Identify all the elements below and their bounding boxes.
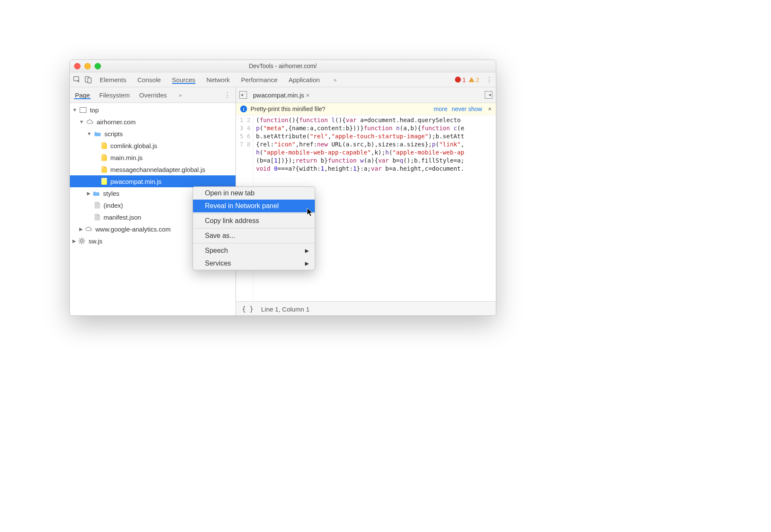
close-tab-icon[interactable]: ×: [306, 92, 310, 99]
traffic-lights: [74, 63, 101, 69]
tree-file[interactable]: main.min.js: [70, 152, 236, 163]
format-icon[interactable]: { }: [242, 305, 253, 313]
tree-file[interactable]: comlink.global.js: [70, 140, 236, 152]
ctx-separator: [193, 213, 315, 214]
editor-statusbar: { } Line 1, Column 1: [236, 301, 496, 316]
submenu-arrow-icon: ▶: [305, 248, 309, 254]
tree-scripts-label: scripts: [104, 130, 123, 137]
tree-file-label: comlink.global.js: [110, 142, 157, 149]
tab-console[interactable]: Console: [138, 76, 161, 83]
cloud-icon: [85, 226, 92, 232]
sidebar-kebab-icon[interactable]: ⋮: [224, 91, 230, 99]
cloud-icon: [86, 118, 93, 125]
editor-tabs: ◂ pwacompat.min.js× ◂: [236, 87, 496, 103]
titlebar[interactable]: DevTools - airhorner.com/: [70, 60, 496, 72]
error-badge[interactable]: 1: [455, 76, 466, 83]
inspect-icon[interactable]: [73, 76, 81, 83]
error-count: 1: [462, 76, 466, 83]
side-tab-page[interactable]: Page: [75, 92, 90, 99]
sidebar-tabs: Page Filesystem Overrides » ⋮: [70, 87, 236, 103]
svg-rect-0: [74, 77, 79, 81]
kebab-menu-icon[interactable]: ⋮: [486, 76, 492, 83]
js-file-icon: [101, 142, 107, 149]
tree-top-label: top: [90, 106, 99, 114]
nav-forward-icon[interactable]: ◂: [485, 91, 492, 99]
tab-performance[interactable]: Performance: [241, 76, 278, 83]
tab-network[interactable]: Network: [207, 76, 230, 83]
tree-file[interactable]: messagechanneladapter.global.js: [70, 163, 236, 175]
context-menu: Open in new tab Reveal in Network panel …: [193, 186, 315, 270]
ctx-services-label: Services: [205, 260, 231, 267]
svg-line-11: [79, 243, 80, 243]
close-icon[interactable]: [74, 63, 81, 69]
editor-tab-label: pwacompat.min.js: [253, 92, 304, 99]
device-toggle-icon[interactable]: [85, 76, 92, 83]
ctx-separator: [193, 228, 315, 229]
minimize-icon[interactable]: [84, 63, 91, 69]
tree-styles-label: styles: [103, 190, 119, 197]
ctx-save-as[interactable]: Save as...: [193, 229, 315, 242]
ctx-speech[interactable]: Speech▶: [193, 244, 315, 257]
ctx-separator: [193, 243, 315, 243]
active-tab-underline: [172, 83, 196, 84]
tab-sources[interactable]: Sources: [172, 76, 196, 83]
tree-ga-label: www.google-analytics.com: [95, 226, 171, 233]
js-file-icon: [101, 166, 107, 173]
side-tab-overrides[interactable]: Overrides: [139, 92, 167, 99]
pretty-close-icon[interactable]: ×: [488, 106, 492, 112]
tree-sw-label: sw.js: [89, 237, 103, 245]
tab-elements[interactable]: Elements: [100, 76, 127, 83]
svg-rect-2: [88, 78, 91, 83]
svg-line-10: [83, 238, 84, 239]
svg-point-3: [81, 240, 83, 242]
warning-badge[interactable]: 2: [469, 76, 479, 83]
tree-scripts[interactable]: ▼scripts: [70, 128, 236, 140]
ctx-open-new-tab[interactable]: Open in new tab: [193, 187, 315, 200]
cursor-position: Line 1, Column 1: [261, 306, 309, 313]
folder-icon: [93, 190, 100, 197]
ctx-reveal-network[interactable]: Reveal in Network panel: [193, 200, 315, 212]
js-file-icon: [101, 154, 107, 161]
main-toolbar: Elements Console Sources Network Perform…: [70, 72, 496, 87]
pretty-print-text: Pretty-print this minified file?: [250, 106, 325, 112]
gear-icon: [78, 237, 85, 244]
side-tabs-overflow-icon[interactable]: »: [179, 92, 182, 98]
error-icon: [455, 77, 461, 83]
js-file-icon: [101, 178, 107, 185]
tree-index-label: (index): [104, 202, 123, 209]
ctx-speech-label: Speech: [205, 247, 228, 255]
nav-back-icon[interactable]: ◂: [239, 91, 247, 99]
tabs-overflow-icon[interactable]: »: [334, 77, 337, 83]
tree-site-label: airhorner.com: [97, 118, 136, 126]
pretty-more-link[interactable]: more: [434, 106, 447, 112]
zoom-icon[interactable]: [95, 63, 101, 69]
tree-file-label: main.min.js: [110, 154, 143, 161]
window-title: DevTools - airhorner.com/: [249, 63, 317, 69]
warning-icon: [469, 77, 475, 82]
editor-tab[interactable]: pwacompat.min.js×: [253, 92, 310, 99]
side-tab-underline: [74, 98, 91, 99]
tree-site[interactable]: ▼airhorner.com: [70, 116, 236, 128]
main-tabs: Elements Console Sources Network Perform…: [100, 76, 337, 83]
pretty-print-bar: i Pretty-print this minified file? more …: [236, 103, 496, 115]
file-icon: [95, 202, 100, 209]
pretty-never-link[interactable]: never show: [452, 106, 482, 112]
svg-line-8: [79, 238, 80, 239]
ctx-services[interactable]: Services▶: [193, 257, 315, 270]
tab-application[interactable]: Application: [289, 76, 320, 83]
side-tab-filesystem[interactable]: Filesystem: [99, 92, 130, 99]
tab-sources-label: Sources: [172, 76, 196, 83]
tree-file-label: messagechanneladapter.global.js: [110, 166, 205, 173]
svg-line-9: [83, 243, 84, 243]
warning-count: 2: [476, 76, 479, 83]
side-tab-page-label: Page: [75, 92, 90, 99]
frame-icon: [80, 107, 86, 113]
tree-top[interactable]: ▼top: [70, 104, 236, 116]
tree-file-label: pwacompat.min.js: [110, 178, 161, 185]
tree-manifest-label: manifest.json: [104, 214, 141, 221]
submenu-arrow-icon: ▶: [305, 260, 309, 266]
folder-icon: [94, 130, 101, 137]
ctx-copy-link[interactable]: Copy link address: [193, 215, 315, 227]
tree-file-selected[interactable]: pwacompat.min.js: [70, 175, 236, 187]
info-icon: i: [240, 106, 247, 112]
